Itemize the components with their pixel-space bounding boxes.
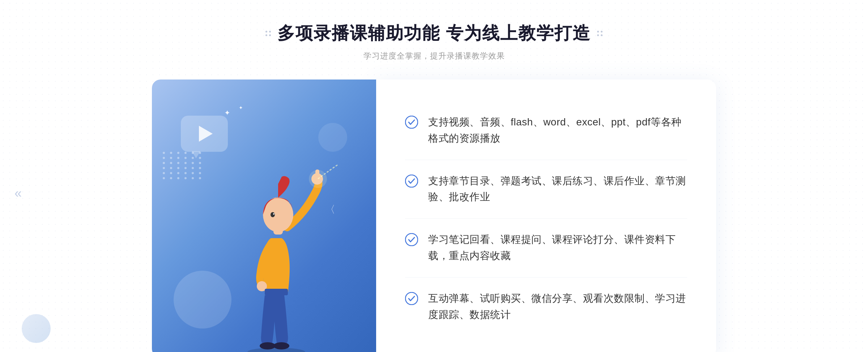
sparkle-icon-2: ✦ bbox=[239, 105, 243, 111]
svg-point-14 bbox=[405, 175, 418, 187]
svg-point-10 bbox=[273, 342, 289, 349]
feature-text-2: 支持章节目录、弹题考试、课后练习、课后作业、章节测验、批改作业 bbox=[428, 173, 687, 206]
svg-point-16 bbox=[405, 292, 418, 305]
check-icon-4 bbox=[405, 292, 418, 305]
svg-point-6 bbox=[273, 213, 275, 215]
person-illustration: 〈〈 bbox=[215, 148, 338, 352]
feature-item-2: 支持章节目录、弹题考试、课后练习、课后作业、章节测验、批改作业 bbox=[405, 160, 687, 219]
feature-item-1: 支持视频、音频、flash、word、excel、ppt、pdf等各种格式的资源… bbox=[405, 101, 687, 160]
svg-point-11 bbox=[309, 170, 327, 188]
title-row: 多项录播课辅助功能 专为线上教学打造 bbox=[265, 22, 602, 45]
svg-text:〈〈: 〈〈 bbox=[325, 204, 338, 215]
play-icon bbox=[199, 126, 213, 142]
check-icon-1 bbox=[405, 116, 418, 129]
svg-point-5 bbox=[271, 212, 275, 217]
svg-point-13 bbox=[405, 116, 418, 128]
feature-item-4: 互动弹幕、试听购买、微信分享、观看次数限制、学习进度跟踪、数据统计 bbox=[405, 278, 687, 336]
feature-text-4: 互动弹幕、试听购买、微信分享、观看次数限制、学习进度跟踪、数据统计 bbox=[428, 291, 687, 323]
svg-rect-8 bbox=[265, 289, 288, 295]
feature-item-3: 学习笔记回看、课程提问、课程评论打分、课件资料下载，重点内容收藏 bbox=[405, 219, 687, 278]
feature-text-3: 学习笔记回看、课程提问、课程评论打分、课件资料下载，重点内容收藏 bbox=[428, 232, 687, 264]
check-icon-2 bbox=[405, 175, 418, 188]
left-chevron-icon: « bbox=[14, 186, 22, 201]
sparkle-icon-1: ✦ bbox=[224, 108, 230, 117]
play-bubble bbox=[181, 116, 228, 152]
feature-text-1: 支持视频、音频、flash、word、excel、ppt、pdf等各种格式的资源… bbox=[428, 114, 687, 147]
title-dots-left bbox=[265, 31, 271, 36]
illustration-panel: ✦ ✦ bbox=[152, 80, 376, 352]
page-title: 多项录播课辅助功能 专为线上教学打造 bbox=[277, 22, 590, 45]
page-container: « 多项录播课辅助功能 专为线上教学打造 学习进度全掌握，提升录播课教学效果 bbox=[0, 0, 868, 352]
page-subtitle: 学习进度全掌握，提升录播课教学效果 bbox=[265, 51, 602, 61]
svg-point-9 bbox=[260, 342, 276, 349]
title-dots-right bbox=[597, 31, 603, 36]
illustration-circle-2 bbox=[318, 123, 347, 152]
features-panel: 支持视频、音频、flash、word、excel、ppt、pdf等各种格式的资源… bbox=[376, 80, 716, 352]
content-area: ✦ ✦ bbox=[152, 80, 716, 352]
check-icon-3 bbox=[405, 233, 418, 246]
header-section: 多项录播课辅助功能 专为线上教学打造 学习进度全掌握，提升录播课教学效果 bbox=[265, 22, 602, 61]
deco-circle-left bbox=[22, 314, 51, 343]
svg-point-15 bbox=[405, 233, 418, 246]
